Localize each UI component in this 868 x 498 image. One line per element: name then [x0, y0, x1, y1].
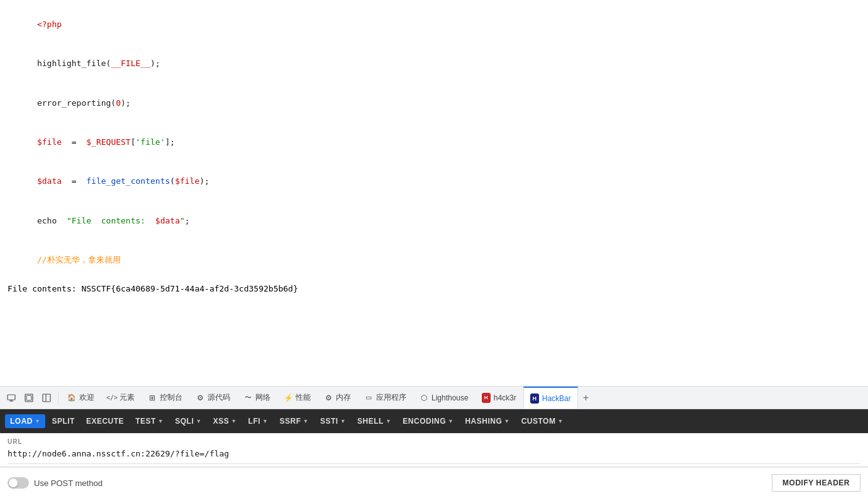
sources-icon: ⚙ [196, 393, 204, 402]
main-content-area: <?php highlight_file(__FILE__); error_re… [0, 0, 868, 386]
encoding-button[interactable]: ENCODING ▼ [398, 414, 459, 428]
code-line-2: highlight_file(__FILE__); [8, 44, 860, 83]
tab-separator [58, 392, 58, 404]
memory-icon: ⚙ [324, 393, 333, 402]
lighthouse-icon: ⬡ [420, 393, 428, 402]
post-method-row: Use POST method [8, 477, 103, 489]
sqli-label: SQLI [175, 417, 194, 426]
xss-label: XSS [213, 417, 230, 426]
tab-network[interactable]: 〜 网络 [237, 387, 277, 409]
console-icon: ⊞ [148, 393, 157, 402]
test-label: TEST [135, 417, 156, 426]
tab-sources[interactable]: ⚙ 源代码 [189, 387, 237, 409]
tab-console-label: 控制台 [160, 392, 182, 403]
tab-lighthouse-label: Lighthouse [431, 393, 469, 402]
encoding-arrow: ▼ [448, 418, 453, 424]
tab-hackbar-label: HackBar [542, 394, 571, 403]
svg-rect-0 [8, 395, 15, 400]
tab-elements-label: 元素 [120, 392, 135, 403]
tab-add-button[interactable]: + [578, 392, 594, 404]
xss-button[interactable]: XSS ▼ [208, 414, 242, 428]
tab-application[interactable]: ▭ 应用程序 [358, 387, 413, 409]
tab-performance[interactable]: ⚡ 性能 [277, 387, 318, 409]
shell-arrow: ▼ [386, 418, 391, 424]
sqli-button[interactable]: SQLI ▼ [170, 414, 206, 428]
tab-application-label: 应用程序 [376, 392, 406, 403]
tab-performance-label: 性能 [296, 392, 311, 403]
load-label: LOAD [10, 417, 33, 426]
screen-toggle-button[interactable] [3, 389, 20, 407]
elements-icon: </> [108, 393, 116, 402]
tab-memory-label: 内存 [336, 392, 351, 403]
ssti-button[interactable]: SSTI ▼ [315, 414, 351, 428]
url-label: URL [8, 438, 860, 445]
ssrf-arrow: ▼ [303, 418, 309, 424]
home-icon: 🏠 [67, 393, 76, 402]
code-block: <?php highlight_file(__FILE__); error_re… [8, 5, 860, 280]
tab-h4ck3r[interactable]: H h4ck3r [476, 387, 523, 409]
code-line-6: echo "File contents: $data"; [8, 201, 860, 241]
toggle-knob [9, 478, 18, 487]
hashing-label: HASHING [465, 417, 502, 426]
lfi-button[interactable]: LFI ▼ [243, 414, 274, 428]
test-button[interactable]: TEST ▼ [130, 414, 169, 428]
custom-arrow: ▼ [557, 418, 563, 424]
execute-button[interactable]: EXECUTE [81, 414, 129, 428]
tab-elements[interactable]: </> 元素 [101, 387, 142, 409]
hashing-arrow: ▼ [504, 418, 509, 424]
code-line-3: error_reporting(0); [8, 84, 860, 123]
tab-h4ck3r-label: h4ck3r [494, 393, 516, 402]
performance-icon: ⚡ [284, 393, 292, 402]
post-method-label: Use POST method [34, 478, 103, 488]
url-area: URL [0, 433, 868, 467]
test-arrow: ▼ [158, 418, 164, 424]
tab-network-label: 网络 [255, 392, 270, 403]
code-line-7: //朴实无华，拿来就用 [8, 241, 860, 280]
ssti-arrow: ▼ [340, 418, 346, 424]
lfi-label: LFI [248, 417, 261, 426]
post-method-toggle[interactable] [8, 477, 29, 489]
modify-header-button[interactable]: MODIFY HEADER [772, 474, 860, 492]
hackbar-tab-icon: H [530, 394, 539, 403]
application-icon: ▭ [364, 393, 373, 402]
output-line: File contents: NSSCTF{6ca40689-5d71-44a4… [8, 283, 860, 296]
code-line-1: <?php [8, 5, 860, 44]
lfi-arrow: ▼ [262, 418, 268, 424]
network-icon: 〜 [243, 393, 252, 402]
custom-button[interactable]: CUSTOM ▼ [516, 414, 569, 428]
encoding-label: ENCODING [403, 417, 446, 426]
action-bar: Use POST method MODIFY HEADER [0, 467, 868, 498]
tab-sources-label: 源代码 [208, 392, 230, 403]
h4ck3r-icon: H [482, 393, 491, 402]
split-button[interactable]: SPLIT [47, 414, 80, 428]
hackbar-toolbar: LOAD ▼ SPLIT EXECUTE TEST ▼ SQLI ▼ XSS ▼… [0, 409, 868, 433]
svg-rect-4 [26, 395, 31, 400]
load-arrow: ▼ [35, 418, 40, 424]
hashing-button[interactable]: HASHING ▼ [460, 414, 515, 428]
split-label: SPLIT [52, 417, 75, 426]
tab-lighthouse[interactable]: ⬡ Lighthouse [413, 387, 476, 409]
execute-label: EXECUTE [86, 417, 124, 426]
ssrf-label: SSRF [280, 417, 301, 426]
shell-label: SHELL [357, 417, 384, 426]
code-line-5: $data = file_get_contents($file); [8, 162, 860, 201]
svg-rect-5 [43, 394, 50, 402]
tab-welcome[interactable]: 🏠 欢迎 [61, 387, 101, 409]
inspect-button[interactable] [20, 389, 38, 407]
sqli-arrow: ▼ [196, 418, 201, 424]
tab-console[interactable]: ⊞ 控制台 [142, 387, 189, 409]
code-line-4: $file = $_REQUEST['file']; [8, 123, 860, 162]
tab-bar: 🏠 欢迎 </> 元素 ⊞ 控制台 ⚙ 源代码 〜 网络 ⚡ 性能 ⚙ 内存 ▭ [0, 387, 868, 409]
tab-memory[interactable]: ⚙ 内存 [318, 387, 358, 409]
xss-arrow: ▼ [231, 418, 236, 424]
load-button[interactable]: LOAD ▼ [5, 414, 45, 428]
ssrf-button[interactable]: SSRF ▼ [275, 414, 314, 428]
ssti-label: SSTI [320, 417, 338, 426]
tab-welcome-label: 欢迎 [79, 392, 94, 403]
dock-button[interactable] [38, 389, 55, 407]
shell-button[interactable]: SHELL ▼ [352, 414, 396, 428]
tab-hackbar[interactable]: H HackBar [523, 387, 578, 409]
url-divider [8, 463, 860, 464]
custom-label: CUSTOM [521, 417, 556, 426]
url-input[interactable] [8, 448, 860, 460]
